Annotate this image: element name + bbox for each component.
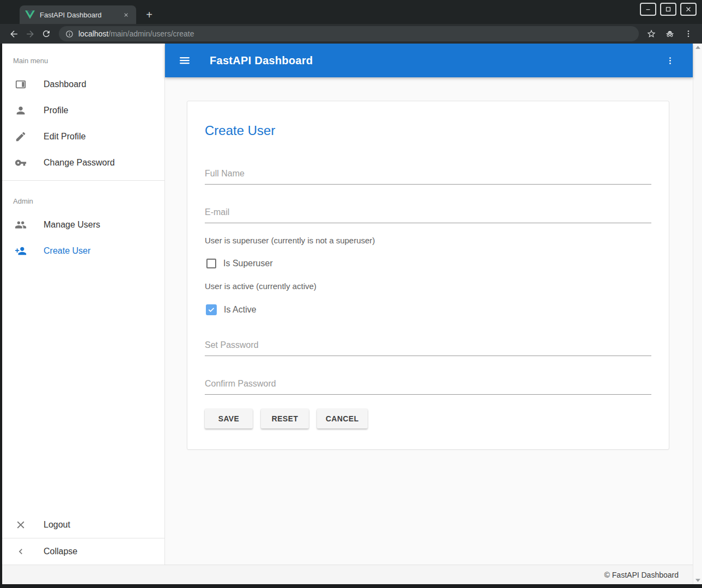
group-icon <box>14 218 27 231</box>
toolbar-actions <box>643 26 697 42</box>
sidebar-item-change-password[interactable]: Change Password <box>2 150 164 176</box>
browser-window: FastAPI Dashboard + <box>0 0 702 588</box>
browser-toolbar: localhost/main/admin/users/create <box>0 24 702 44</box>
chevron-left-icon <box>14 545 27 558</box>
vue-favicon-icon <box>25 10 35 19</box>
sidebar-item-manage-users[interactable]: Manage Users <box>2 212 164 238</box>
is-active-checkbox[interactable] <box>206 304 217 315</box>
sidebar-bottom: Logout Collapse <box>2 512 164 565</box>
sidebar-item-label: Profile <box>44 106 68 115</box>
active-checkbox-row: Is Active <box>205 304 651 315</box>
full-name-field-wrap <box>205 169 651 185</box>
dashboard-icon <box>14 78 27 91</box>
is-active-label: Is Active <box>224 305 257 315</box>
sidebar-item-collapse[interactable]: Collapse <box>2 538 164 565</box>
scroll-up-icon[interactable] <box>695 46 700 49</box>
site-info-icon[interactable] <box>65 30 74 38</box>
address-bar[interactable]: localhost/main/admin/users/create <box>59 26 639 41</box>
active-hint: User is active (currently active) <box>205 281 651 291</box>
email-input[interactable] <box>205 207 651 223</box>
new-tab-button[interactable]: + <box>142 7 157 22</box>
main-area: FastAPI Dashboard Create User <box>165 44 693 565</box>
sidebar-item-label: Logout <box>44 520 70 530</box>
pencil-icon <box>14 130 27 143</box>
reset-button[interactable]: RESET <box>261 409 309 428</box>
minimize-icon[interactable] <box>640 3 656 16</box>
content-area: Create User User is superuser (currently… <box>165 77 693 565</box>
app-bar: FastAPI Dashboard <box>165 44 693 77</box>
page-title: Create User <box>205 123 651 138</box>
sidebar-item-dashboard[interactable]: Dashboard <box>2 71 164 97</box>
cancel-button[interactable]: CANCEL <box>317 409 368 428</box>
appbar-title: FastAPI Dashboard <box>210 54 662 67</box>
save-button[interactable]: SAVE <box>205 409 253 428</box>
sidebar-item-label: Collapse <box>44 547 77 556</box>
appbar-menu-icon[interactable] <box>662 53 677 68</box>
confirm-password-input[interactable] <box>205 379 651 395</box>
sidebar-item-profile[interactable]: Profile <box>2 97 164 124</box>
page-main: Main menu Dashboard Profile <box>2 44 693 565</box>
hamburger-menu-icon[interactable] <box>177 53 192 68</box>
sidebar-item-create-user[interactable]: Create User <box>2 238 164 264</box>
sidebar-item-label: Change Password <box>44 158 115 168</box>
create-user-card: Create User User is superuser (currently… <box>187 101 669 450</box>
browser-tab[interactable]: FastAPI Dashboard <box>20 5 136 24</box>
incognito-icon <box>662 26 678 42</box>
close-x-icon <box>14 518 27 531</box>
web-page: Main menu Dashboard Profile <box>2 44 693 584</box>
key-icon <box>14 156 27 169</box>
copyright-text: © FastAPI Dashboard <box>605 571 679 579</box>
confirm-password-field-wrap <box>205 379 651 395</box>
sidebar: Main menu Dashboard Profile <box>2 44 165 565</box>
close-window-icon[interactable] <box>680 3 697 16</box>
scroll-down-icon[interactable] <box>695 579 700 582</box>
sidebar-item-logout[interactable]: Logout <box>2 512 164 538</box>
back-icon[interactable] <box>5 26 22 42</box>
page-body: Main menu Dashboard Profile <box>0 44 702 588</box>
set-password-field-wrap <box>205 340 651 356</box>
url-host: localhost <box>78 29 108 38</box>
sidebar-section-admin: Admin <box>2 185 164 212</box>
is-superuser-label: Is Superuser <box>223 259 273 268</box>
person-add-icon <box>14 244 27 258</box>
forward-icon[interactable] <box>22 26 38 42</box>
maximize-icon[interactable] <box>660 3 676 16</box>
email-field-wrap <box>205 207 651 223</box>
sidebar-item-label: Dashboard <box>44 79 86 89</box>
full-name-input[interactable] <box>205 169 651 185</box>
set-password-input[interactable] <box>205 340 651 356</box>
tab-strip: FastAPI Dashboard + <box>0 0 702 24</box>
sidebar-item-label: Edit Profile <box>44 132 86 142</box>
page-footer: © FastAPI Dashboard <box>2 565 693 584</box>
sidebar-item-edit-profile[interactable]: Edit Profile <box>2 124 164 150</box>
tab-close-icon[interactable] <box>121 10 131 20</box>
url-path: /main/admin/users/create <box>108 29 194 38</box>
browser-menu-icon[interactable] <box>680 26 697 42</box>
superuser-checkbox-row: Is Superuser <box>205 259 651 268</box>
tab-title: FastAPI Dashboard <box>40 11 121 19</box>
window-controls <box>640 3 697 16</box>
sidebar-divider <box>2 180 164 181</box>
reload-icon[interactable] <box>38 26 54 42</box>
is-superuser-checkbox[interactable] <box>206 259 216 268</box>
sidebar-item-label: Manage Users <box>44 220 100 230</box>
sidebar-item-label: Create User <box>44 246 90 256</box>
superuser-hint: User is superuser (currently is not a su… <box>205 236 651 245</box>
bookmark-star-icon[interactable] <box>643 26 660 42</box>
scrollbar[interactable] <box>693 44 702 584</box>
form-actions: SAVE RESET CANCEL <box>205 409 651 428</box>
sidebar-section-main-menu: Main menu <box>2 44 164 71</box>
person-icon <box>14 104 27 117</box>
